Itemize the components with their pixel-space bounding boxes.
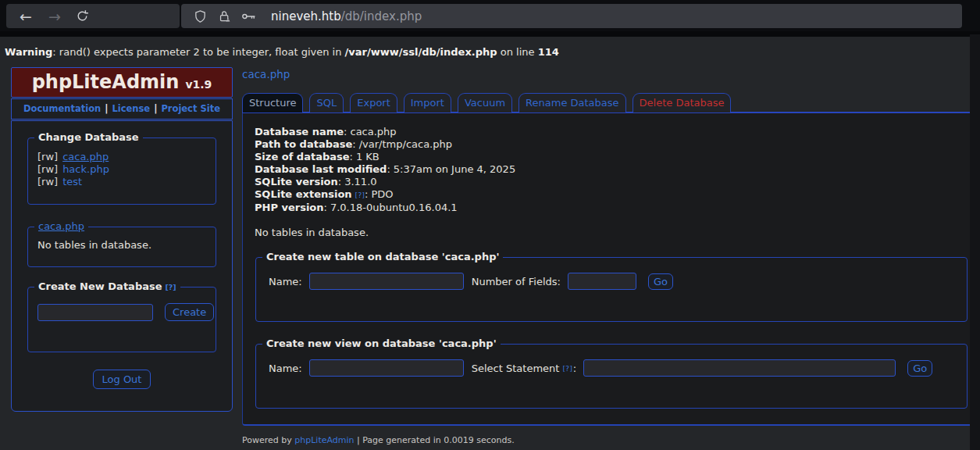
info-label: Path to database — [255, 138, 352, 150]
back-button[interactable]: ← — [12, 4, 39, 28]
url-bar[interactable]: nineveh.htb/db/index.php — [181, 4, 962, 28]
new-database-name-input[interactable] — [37, 304, 153, 321]
select-statement-label: Select Statement — [472, 362, 560, 374]
scrollbar-track[interactable] — [970, 34, 980, 450]
create-view-legend: Create new view on database 'caca.php' — [262, 338, 501, 349]
logout-button[interactable]: Log Out — [93, 370, 151, 389]
url-path: /db/index.php — [341, 9, 422, 23]
tab-sql[interactable]: SQL — [309, 93, 344, 112]
separator: | — [105, 103, 108, 114]
colon: : — [350, 151, 353, 162]
current-database-fieldset: caca.php No tables in database. — [27, 227, 216, 267]
create-table-legend: Create new table on database 'caca.php' — [262, 251, 503, 262]
current-database-link[interactable]: caca.php — [38, 220, 84, 232]
select-statement-help-link[interactable]: [?] — [562, 364, 572, 373]
browser-toolbar: ← → nineveh.htb/db/index.php — [0, 0, 980, 31]
colon: : — [365, 188, 368, 200]
info-row-modified: Database last modified:5:37am on June 4,… — [255, 163, 968, 176]
info-label: SQLite version — [255, 176, 338, 188]
info-row-path: Path to database:/var/tmp/caca.php — [255, 138, 968, 151]
create-database-help-link[interactable]: [?] — [166, 283, 176, 291]
info-value: 7.0.18-0ubuntu0.16.04.1 — [330, 202, 458, 213]
rw-flag: [rw] — [37, 163, 58, 176]
info-row-php-version: PHP version:7.0.18-0ubuntu0.16.04.1 — [255, 202, 968, 214]
tab-rename-database[interactable]: Rename Database — [519, 93, 625, 112]
change-database-fieldset: Change Database [rw] caca.php [rw] hack.… — [27, 138, 216, 205]
separator: | — [154, 103, 157, 114]
link-license[interactable]: License — [112, 103, 150, 114]
create-database-legend: Create New Database[?] — [34, 280, 180, 292]
select-statement-input[interactable] — [583, 359, 896, 377]
colon: : — [387, 163, 390, 175]
database-heading: caca.php — [242, 68, 290, 80]
url-host: nineveh.htb — [271, 9, 341, 23]
page-top-strip — [0, 31, 980, 37]
colon: : — [338, 176, 341, 188]
reload-button[interactable] — [69, 4, 95, 28]
sidebar-no-tables-text: No tables in database. — [37, 239, 206, 251]
create-database-row: Create — [37, 303, 206, 321]
tab-vacuum[interactable]: Vacuum — [458, 93, 512, 112]
create-table-go-button[interactable]: Go — [648, 273, 673, 290]
database-list-item: [rw] test — [37, 176, 206, 188]
info-row-sqlite-version: SQLite version:3.11.0 — [255, 176, 968, 188]
create-view-fieldset: Create new view on database 'caca.php' N… — [255, 344, 968, 409]
app-header: phpLiteAdmin v1.9 — [11, 67, 233, 98]
rw-flag: [rw] — [37, 151, 58, 163]
colon: : — [324, 202, 327, 213]
info-value: caca.php — [351, 126, 397, 138]
number-of-fields-label: Number of Fields: — [472, 276, 561, 288]
info-value: 5:37am on June 4, 2025 — [394, 163, 515, 175]
info-label: Database last modified — [255, 163, 387, 175]
create-table-row: Name: Number of Fields: Go — [269, 273, 954, 290]
table-name-input[interactable] — [309, 273, 464, 290]
app-version: v1.9 — [185, 78, 212, 91]
warning-path: /var/www/ssl/db/index.php — [345, 46, 497, 58]
current-database-legend: caca.php — [34, 220, 88, 232]
reload-icon — [76, 9, 89, 23]
colon: : — [344, 126, 347, 138]
database-link-hack[interactable]: hack.php — [62, 163, 109, 176]
change-database-legend: Change Database — [34, 131, 143, 143]
database-link-test[interactable]: test — [62, 176, 82, 188]
warning-line-number: 114 — [538, 46, 559, 58]
info-value: /var/tmp/caca.php — [359, 138, 452, 150]
create-database-button[interactable]: Create — [165, 303, 214, 321]
database-link-caca[interactable]: caca.php — [62, 151, 109, 163]
colon: : — [352, 138, 355, 150]
sqlite-extension-help-link[interactable]: [?] — [355, 191, 365, 199]
database-list-item: [rw] hack.php — [37, 163, 206, 176]
app-title: phpLiteAdmin — [32, 73, 180, 91]
structure-tab-content: Database name:caca.php Path to database:… — [242, 113, 980, 426]
sidebar-panel: Change Database [rw] caca.php [rw] hack.… — [11, 120, 233, 412]
warning-label: Warning — [5, 46, 52, 58]
tab-delete-database[interactable]: Delete Database — [633, 93, 732, 112]
lock-warning-icon[interactable] — [216, 9, 232, 24]
tab-bar: Structure SQL Export Import Vacuum Renam… — [242, 93, 731, 112]
number-of-fields-input[interactable] — [568, 273, 636, 290]
create-database-fieldset: Create New Database[?] Create — [27, 287, 216, 352]
footer-phpliteadmin-link[interactable]: phpLiteAdmin — [294, 435, 354, 445]
info-label: PHP version — [255, 202, 324, 213]
forward-button[interactable]: → — [41, 4, 68, 28]
table-name-label: Name: — [269, 276, 302, 288]
info-value: 1 KB — [356, 151, 380, 162]
info-value: PDO — [371, 188, 393, 200]
tab-import[interactable]: Import — [404, 93, 451, 112]
create-database-legend-text: Create New Database — [38, 280, 162, 292]
shield-icon[interactable] — [192, 9, 208, 24]
page-footer: Powered by phpLiteAdmin | Page generated… — [242, 435, 515, 445]
create-view-go-button[interactable]: Go — [907, 360, 932, 377]
no-tables-text: No tables in database. — [255, 227, 968, 238]
tab-structure[interactable]: Structure — [242, 93, 303, 112]
tab-export[interactable]: Export — [350, 93, 397, 112]
info-value: 3.11.0 — [344, 176, 376, 188]
info-label: Database name — [255, 126, 344, 138]
link-project-site[interactable]: Project Site — [161, 103, 220, 114]
key-icon[interactable] — [241, 9, 256, 24]
info-label: Size of database — [255, 151, 350, 162]
logout-container: Log Out — [27, 370, 216, 389]
url-text: nineveh.htb/db/index.php — [271, 9, 422, 23]
view-name-input[interactable] — [309, 359, 464, 377]
link-documentation[interactable]: Documentation — [23, 103, 101, 114]
